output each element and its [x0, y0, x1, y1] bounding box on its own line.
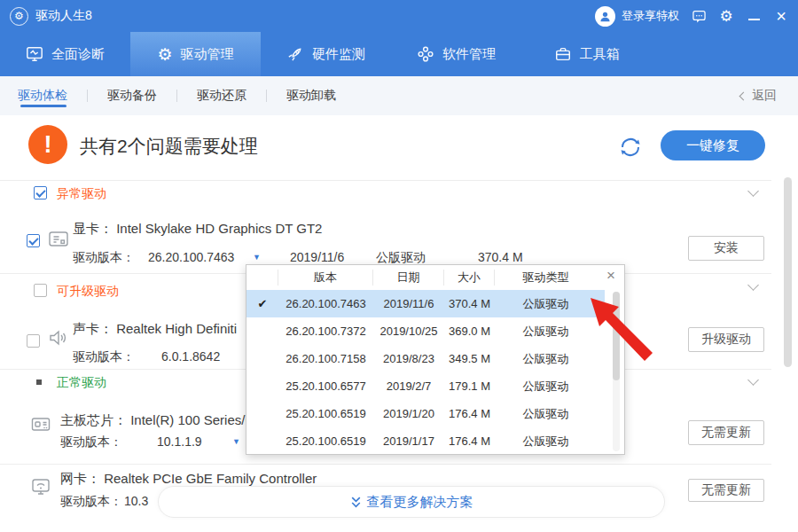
nav-tab-label: 软件管理 — [442, 46, 496, 63]
settings-gear-icon[interactable]: ⚙ — [718, 8, 734, 24]
popup-row[interactable]: 25.20.100.6577 2019/2/7 179.1 M 公版驱动 — [246, 372, 605, 400]
network-category: 网卡： — [60, 471, 100, 486]
network-name: Realtek PCIe GbE Family Controller — [104, 471, 317, 486]
check-icon: ✔ — [246, 297, 278, 310]
gpu-date: 2019/11/6 — [290, 250, 344, 264]
gpu-row-checkbox[interactable] — [27, 234, 40, 247]
gpu-version-label: 驱动版本： — [73, 250, 135, 266]
gpu-category: 显卡： — [73, 221, 113, 236]
speaker-icon — [48, 328, 67, 351]
nav-tab-label: 全面诊断 — [51, 46, 105, 63]
no-update-button[interactable]: 无需更新 — [688, 420, 764, 445]
popup-header: 版本 日期 大小 驱动类型 — [246, 265, 624, 290]
gpu-name: Intel Skylake HD Graphics DT GT2 — [116, 221, 322, 236]
section-abnormal-checkbox[interactable] — [34, 186, 47, 200]
driver-version-popup: 版本 日期 大小 驱动类型 ✔ 26.20.100.7463 2019/11/6… — [246, 264, 625, 455]
section-upgradable-checkbox[interactable] — [34, 284, 47, 297]
subtab-driver-uninstall[interactable]: 驱动卸载 — [267, 76, 356, 115]
double-chevron-down-icon — [350, 496, 362, 509]
gpu-row-title: 显卡： Intel Skylake HD Graphics DT GT2 — [73, 221, 322, 238]
chipset-row-title: 主板芯片： Intel(R) 100 Series/C — [60, 412, 254, 429]
gpu-device-icon — [48, 230, 69, 253]
close-icon: × — [776, 8, 786, 24]
chipset-name: Intel(R) 100 Series/C — [130, 412, 254, 427]
subtab-driver-backup[interactable]: 驱动备份 — [88, 76, 176, 115]
avatar-icon[interactable] — [595, 6, 615, 27]
subtab-driver-checkup[interactable]: 驱动体检 — [0, 76, 87, 115]
chipset-version-value: 10.1.1.9 — [157, 434, 202, 449]
popup-close-button[interactable]: × — [603, 268, 619, 284]
gpu-version-value: 26.20.100.7463 — [148, 250, 234, 264]
app-title: 驱动人生8 — [35, 8, 92, 24]
gpu-version-dropdown-icon[interactable]: ▼ — [253, 253, 261, 262]
app-window: ⚙ 驱动人生8 登录享特权 ⚙ × 全面诊断 ⚙ 驱动管理 — [0, 0, 798, 532]
motherboard-icon — [30, 415, 51, 438]
section-upgradable-label: 可升级驱动 — [57, 284, 119, 300]
chipset-category: 主板芯片： — [60, 412, 127, 427]
more-solutions-button[interactable]: 查看更多解决方案 — [158, 486, 665, 518]
network-adapter-icon — [30, 477, 51, 500]
popup-row[interactable]: 25.20.100.6519 2019/1/20 176.4 M 公版驱动 — [246, 400, 605, 427]
chevron-down-icon[interactable] — [749, 376, 757, 384]
one-click-fix-button[interactable]: 一键修复 — [661, 130, 765, 160]
nav-tab-diagnosis[interactable]: 全面诊断 — [0, 32, 130, 76]
title-bar: ⚙ 驱动人生8 登录享特权 ⚙ × — [0, 0, 798, 32]
feedback-chat-icon[interactable] — [691, 8, 707, 24]
chevron-left-icon — [739, 91, 748, 100]
back-button[interactable]: 返回 — [740, 88, 777, 104]
close-button[interactable]: × — [773, 8, 789, 24]
nav-tab-label: 硬件监测 — [312, 46, 365, 63]
nav-tab-label: 驱动管理 — [181, 46, 234, 63]
gear-icon: ⚙ — [157, 46, 172, 63]
app-logo-gear-icon: ⚙ — [10, 7, 28, 26]
section-normal-label: 正常驱动 — [57, 375, 106, 391]
main-nav: 全面诊断 ⚙ 驱动管理 硬件监测 软件管理 工具箱 — [0, 32, 798, 76]
four-dots-icon — [417, 45, 434, 63]
popup-col-version: 版本 — [278, 270, 373, 286]
nav-tab-software-management[interactable]: 软件管理 — [391, 32, 521, 76]
gpu-size: 370.4 M — [478, 250, 523, 264]
popup-col-date: 日期 — [373, 270, 444, 286]
popup-row[interactable]: 25.20.100.6519 2019/1/17 176.4 M 公版驱动 — [246, 427, 605, 455]
popup-col-type: 驱动类型 — [495, 270, 597, 286]
audio-row-title: 声卡： Realtek High Definiti — [73, 321, 237, 338]
nav-tab-driver-management[interactable]: ⚙ 驱动管理 — [130, 32, 261, 76]
section-normal-bullet — [36, 379, 42, 385]
subtab-driver-restore[interactable]: 驱动还原 — [177, 76, 266, 115]
audio-version-label: 驱动版本： — [73, 349, 135, 365]
popup-row[interactable]: 26.20.100.7372 2019/10/25 369.0 M 公版驱动 — [246, 317, 605, 345]
nav-tab-hardware-monitor[interactable]: 硬件监测 — [261, 32, 391, 76]
monitor-pulse-icon — [26, 45, 43, 63]
audio-row-checkbox[interactable] — [27, 334, 40, 348]
login-link[interactable]: 登录享特权 — [622, 8, 679, 24]
install-button[interactable]: 安装 — [688, 236, 764, 261]
divider — [0, 180, 771, 181]
divider — [0, 464, 771, 465]
scrollbar-thumb[interactable] — [784, 177, 792, 367]
chevron-down-icon[interactable] — [749, 281, 757, 289]
gear-glyph: ⚙ — [14, 10, 24, 22]
rocket-icon — [286, 45, 304, 63]
minimize-button[interactable] — [746, 8, 762, 24]
sub-nav: 驱动体检 驱动备份 驱动还原 驱动卸载 返回 — [0, 76, 798, 115]
chipset-version-label: 驱动版本： — [60, 434, 122, 450]
toolbox-icon — [554, 45, 572, 63]
nav-tab-label: 工具箱 — [580, 46, 620, 63]
upgrade-driver-button[interactable]: 升级驱动 — [688, 327, 764, 352]
chipset-version-dropdown-icon[interactable]: ▼ — [232, 437, 240, 446]
nav-tab-toolbox[interactable]: 工具箱 — [521, 32, 652, 76]
network-version-label: 驱动版本： — [60, 494, 122, 510]
popup-row[interactable]: 26.20.100.7158 2019/8/23 349.5 M 公版驱动 — [246, 345, 605, 372]
no-update-button[interactable]: 无需更新 — [688, 479, 764, 502]
popup-col-size: 大小 — [444, 270, 495, 286]
summary-message: 共有2个问题需要处理 — [80, 134, 258, 159]
network-version-value: 10.3 — [124, 494, 148, 508]
audio-category: 声卡： — [73, 321, 113, 336]
section-abnormal-label: 异常驱动 — [57, 186, 106, 202]
popup-row[interactable]: ✔ 26.20.100.7463 2019/11/6 370.4 M 公版驱动 — [246, 290, 605, 317]
chevron-down-icon[interactable] — [749, 187, 757, 195]
cursor-arrow — [585, 293, 658, 371]
refresh-icon[interactable] — [618, 135, 643, 160]
audio-name: Realtek High Definiti — [116, 321, 237, 336]
audio-version-value: 6.0.1.8642 — [161, 349, 220, 364]
